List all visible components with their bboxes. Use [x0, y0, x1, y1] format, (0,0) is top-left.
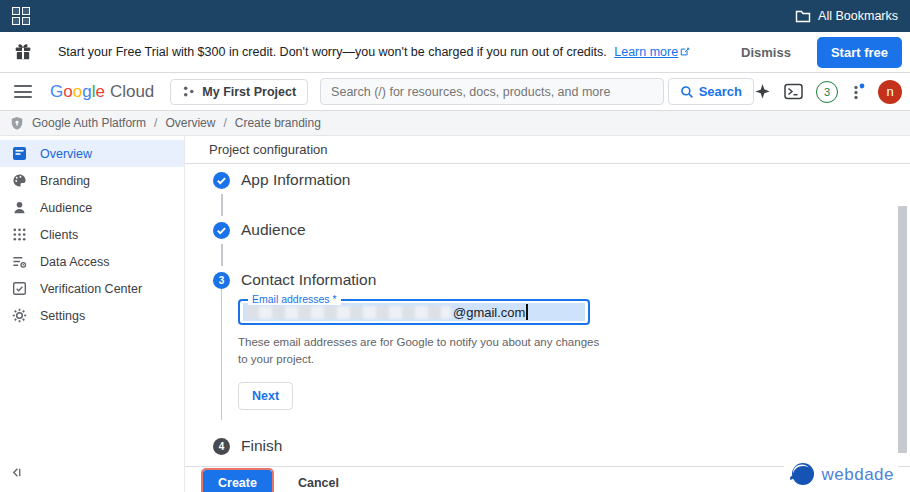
menu-icon[interactable]	[14, 85, 32, 98]
avatar[interactable]: n	[878, 80, 902, 104]
shield-icon	[10, 116, 24, 131]
sidebar-item-overview[interactable]: Overview	[0, 140, 184, 167]
sidebar-item-label: Settings	[40, 309, 85, 323]
grid-dots-icon	[12, 227, 27, 242]
step-title: Finish	[241, 437, 282, 455]
list-gear-icon	[12, 254, 27, 269]
sidebar-item-label: Data Access	[40, 255, 109, 269]
breadcrumb-item-create-branding[interactable]: Create branding	[235, 116, 321, 130]
breadcrumb-item-platform[interactable]: Google Auth Platform	[32, 116, 146, 130]
webdade-logo-icon	[788, 461, 816, 488]
apps-grid-icon[interactable]	[12, 7, 30, 25]
sidebar-item-label: Overview	[40, 147, 92, 161]
overview-icon	[12, 146, 27, 161]
sidebar-item-settings[interactable]: Settings	[0, 302, 184, 329]
cloud-shell-icon[interactable]	[784, 83, 803, 100]
email-value: @gmail.com	[453, 305, 525, 320]
notifications-badge[interactable]: 3	[816, 81, 838, 103]
step-contact-information[interactable]: 3 Contact Information	[213, 271, 910, 289]
search-button[interactable]: Search	[668, 78, 754, 105]
step-title: Contact Information	[241, 271, 376, 289]
vertical-scrollbar[interactable]	[898, 206, 907, 453]
all-bookmarks-label: All Bookmarks	[818, 9, 898, 23]
contact-form: Email addresses * @gmail.com These email…	[221, 289, 910, 420]
collapse-sidebar-icon[interactable]	[10, 465, 23, 483]
google-cloud-logo[interactable]: Google Cloud	[50, 82, 154, 102]
gear-icon	[12, 308, 27, 323]
breadcrumb-separator: /	[154, 116, 157, 130]
create-button[interactable]: Create	[203, 470, 272, 492]
sidebar-item-label: Verification Center	[40, 282, 142, 296]
sidebar-item-label: Audience	[40, 201, 92, 215]
project-name: My First Project	[202, 85, 296, 99]
email-field-label: Email addresses *	[248, 293, 341, 305]
step-app-information[interactable]: App Information	[213, 171, 910, 189]
palette-icon	[12, 173, 27, 188]
page-title-bar: Project configuration	[185, 136, 910, 164]
step-connector	[221, 244, 223, 266]
start-free-button[interactable]: Start free	[817, 37, 902, 68]
dismiss-button[interactable]: Dismiss	[729, 39, 803, 66]
project-picker-button[interactable]: My First Project	[170, 79, 308, 105]
redacted-email-block	[246, 306, 451, 319]
step-title: Audience	[241, 221, 306, 239]
check-square-icon	[12, 281, 27, 296]
breadcrumb: Google Auth Platform / Overview / Create…	[0, 111, 910, 136]
selected-text-highlight: @gmail.com	[243, 303, 585, 321]
person-icon	[12, 200, 27, 215]
gift-icon	[14, 43, 32, 61]
sidebar-item-data-access[interactable]: Data Access	[0, 248, 184, 275]
sidebar-item-label: Branding	[40, 174, 90, 188]
external-link-icon	[680, 47, 690, 57]
sidebar-item-label: Clients	[40, 228, 78, 242]
step-title: App Information	[241, 171, 350, 189]
email-helper-text: These email addresses are for Google to …	[238, 334, 610, 367]
sidebar: Overview Branding Audience Clients Data …	[0, 136, 185, 492]
sidebar-item-branding[interactable]: Branding	[0, 167, 184, 194]
trial-banner-message: Start your Free Trial with $300 in credi…	[58, 45, 690, 59]
main-panel: Project configuration App Information Au…	[185, 136, 910, 492]
folder-icon	[795, 9, 811, 23]
next-button[interactable]: Next	[238, 382, 293, 410]
email-addresses-field[interactable]: Email addresses * @gmail.com	[238, 299, 590, 325]
step-connector	[221, 194, 223, 216]
sidebar-item-audience[interactable]: Audience	[0, 194, 184, 221]
stepper: App Information Audience 3 Contact Infor…	[185, 164, 910, 455]
all-bookmarks-button[interactable]: All Bookmarks	[795, 9, 898, 23]
webdade-logo-text: webdade	[821, 465, 894, 485]
learn-more-link[interactable]: Learn more	[614, 45, 690, 59]
search-box[interactable]	[320, 78, 664, 105]
project-icon	[182, 85, 195, 98]
browser-topbar: All Bookmarks	[0, 0, 910, 32]
trial-banner: Start your Free Trial with $300 in credi…	[0, 32, 910, 73]
step-audience[interactable]: Audience	[213, 221, 910, 239]
text-cursor	[526, 304, 528, 320]
search-input[interactable]	[331, 85, 653, 99]
webdade-watermark: webdade	[784, 459, 898, 490]
page-title: Project configuration	[209, 142, 328, 157]
sidebar-item-clients[interactable]: Clients	[0, 221, 184, 248]
sidebar-item-verification-center[interactable]: Verification Center	[0, 275, 184, 302]
step-number-badge: 3	[213, 272, 230, 289]
search-icon	[680, 85, 694, 99]
step-complete-icon	[213, 172, 230, 189]
cancel-button[interactable]: Cancel	[298, 470, 339, 490]
more-options-icon[interactable]	[851, 83, 865, 101]
gemini-sparkle-icon[interactable]	[754, 83, 771, 100]
step-complete-icon	[213, 222, 230, 239]
console-header: Google Cloud My First Project Search 3 n	[0, 73, 910, 111]
step-finish[interactable]: 4 Finish	[213, 437, 910, 455]
step-number-badge: 4	[213, 438, 230, 455]
breadcrumb-item-overview[interactable]: Overview	[165, 116, 215, 130]
breadcrumb-separator: /	[223, 116, 226, 130]
